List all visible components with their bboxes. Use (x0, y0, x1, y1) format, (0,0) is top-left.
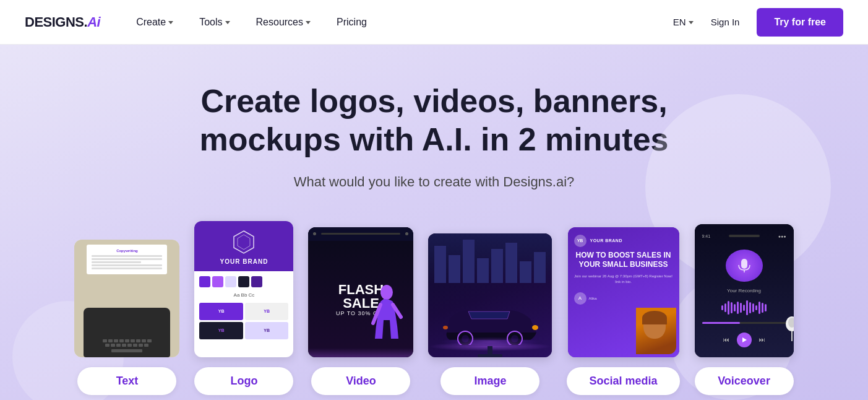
hex-logo-icon (233, 230, 255, 254)
social-card-image: YB YOUR BRAND HOW TO BOOST SALES IN YOUR… (568, 227, 679, 357)
font-sample: Aa Bb Cc (199, 292, 288, 298)
svg-rect-12 (741, 259, 747, 269)
hero-section: Create logos, videos, banners, mockups w… (0, 45, 868, 400)
logo-card-button[interactable]: Logo (194, 367, 293, 395)
hero-subtitle: What would you like to create with Desig… (25, 174, 843, 190)
wave-bar (746, 300, 748, 315)
rewind-icon[interactable]: ⏮ (723, 336, 729, 343)
logo-variations: YB YB YB YB (199, 303, 288, 339)
playback-controls: ⏮ ⏭ (723, 333, 765, 347)
play-icon (741, 337, 747, 343)
card-item-social: YB YOUR BRAND HOW TO BOOST SALES IN YOUR… (567, 227, 679, 395)
sign-in-button[interactable]: Sign In (703, 12, 747, 32)
logo[interactable]: DESIGNS.Ai (25, 14, 100, 30)
social-card-button[interactable]: Social media (567, 367, 679, 395)
wave-bar (752, 303, 754, 312)
language-selector[interactable]: EN (673, 17, 694, 27)
nav-item-resources[interactable]: Resources (245, 12, 322, 33)
wave-bar (740, 303, 742, 313)
svg-marker-0 (234, 231, 254, 253)
phone-top-bar: 9:41 ●●● (702, 234, 786, 238)
typewriter-paper: Copywriting (87, 245, 167, 274)
svg-point-9 (532, 325, 538, 330)
earbuds (783, 311, 794, 345)
video-card-image: FLASH SALE UP TO 30% OFF (308, 227, 413, 357)
screen-bar (308, 227, 413, 241)
voiceover-card-button[interactable]: Voiceover (695, 367, 794, 395)
image-card-button[interactable]: Image (440, 367, 539, 395)
wave-bar (743, 305, 745, 311)
speaker-name: Alika (589, 297, 597, 300)
card-item-logo: YOUR BRAND Aa Bb Cc YB Y (194, 221, 293, 395)
card-item-video: FLASH SALE UP TO 30% OFF (308, 227, 413, 395)
social-headline: HOW TO BOOST SALES IN YOUR SMALL BUSINES… (574, 251, 673, 270)
phone-notch (729, 235, 760, 237)
forward-icon[interactable]: ⏭ (759, 336, 765, 343)
voice-label: Your Recording (727, 288, 761, 293)
waveform (721, 300, 767, 316)
wave-bar (762, 303, 763, 313)
voice-circle (726, 250, 763, 282)
play-button[interactable] (737, 333, 752, 347)
image-card-image (428, 233, 552, 357)
logo-brand-name: YOUR BRAND (220, 258, 269, 265)
nav-item-create[interactable]: Create (125, 12, 184, 33)
speaker-avatar: A (574, 292, 587, 305)
wave-bar (737, 302, 739, 314)
car-svg (434, 302, 546, 345)
wave-bar (734, 304, 736, 311)
wave-bar (758, 302, 760, 314)
card-item-voiceover: 9:41 ●●● Your Recording (695, 224, 794, 395)
logo-card-image: YOUR BRAND Aa Bb Cc YB Y (194, 221, 293, 357)
progress-bar (702, 322, 786, 324)
wave-bar (731, 302, 733, 313)
progress-fill (702, 322, 740, 324)
typewriter-machine (84, 308, 170, 357)
svg-marker-1 (238, 235, 250, 250)
mic-icon (735, 256, 754, 275)
chevron-down-icon (689, 21, 694, 24)
nav-right: EN Sign In Try for free (673, 8, 843, 37)
navbar: DESIGNS.Ai Create Tools Resources Pricin… (0, 0, 868, 45)
earbud-icon (783, 311, 794, 342)
nav-links: Create Tools Resources Pricing (125, 12, 673, 33)
video-card-button[interactable]: Video (311, 367, 410, 395)
svg-point-2 (380, 285, 393, 300)
nav-item-pricing[interactable]: Pricing (325, 12, 378, 33)
color-swatches (199, 276, 288, 287)
voiceover-card-image: 9:41 ●●● Your Recording (695, 224, 794, 357)
card-item-image: Image (428, 233, 552, 395)
logo-ai: Ai (87, 14, 100, 30)
chevron-down-icon (168, 21, 173, 24)
wave-bar (721, 305, 723, 310)
wave-bar (749, 302, 751, 313)
social-brand-row: YB YOUR BRAND (574, 235, 673, 247)
try-free-button[interactable]: Try for free (757, 8, 843, 37)
person-silhouette (370, 283, 404, 357)
hero-title: Create logos, videos, banners, mockups w… (168, 82, 700, 159)
svg-point-10 (443, 326, 448, 329)
wave-bar (728, 301, 729, 315)
wave-bar (724, 303, 726, 312)
brand-logo-circle: YB (574, 235, 587, 247)
card-item-text: Copywriting (74, 240, 179, 395)
nav-item-tools[interactable]: Tools (188, 12, 241, 33)
chevron-down-icon (306, 21, 311, 24)
wave-bar (755, 305, 757, 310)
text-card-button[interactable]: Text (77, 367, 176, 395)
cards-row: Copywriting (25, 221, 843, 395)
logo-text: DESIGNS. (25, 14, 87, 30)
wave-bar (765, 304, 767, 311)
city-background (428, 233, 552, 283)
chevron-down-icon (225, 21, 230, 24)
svg-marker-14 (742, 337, 747, 342)
social-person-photo (636, 308, 679, 357)
social-subtext: Join our webinar 26 Aug @ 7:30pm (GMT+8)… (574, 274, 673, 285)
social-brand-name: YOUR BRAND (590, 238, 622, 243)
text-card-image: Copywriting (74, 240, 179, 357)
